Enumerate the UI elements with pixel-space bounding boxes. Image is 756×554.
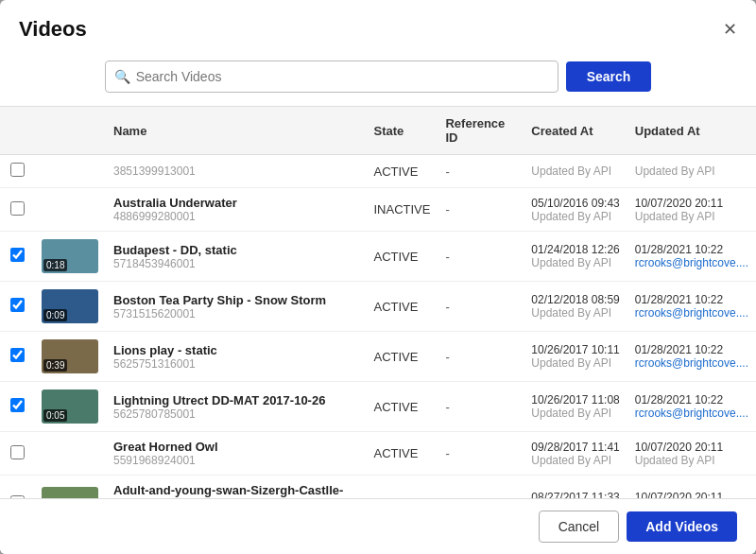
col-checkbox [0,107,34,155]
row-state-cell: ACTIVE [366,155,438,188]
row-checkbox[interactable] [10,163,25,177]
row-thumb-cell [34,432,106,476]
row-refid-cell: - [438,332,524,382]
col-thumb [34,107,106,155]
row-name-cell: Budapest - DD, static5718453946001 [106,232,366,282]
row-checkbox-cell [0,155,34,188]
row-thumb-cell [34,188,106,232]
row-name-cell: 3851399913001 [106,155,366,188]
video-thumbnail: 0:09 [42,289,98,323]
row-refid-cell: - [438,282,524,332]
search-input-wrap: 🔍 [105,61,558,93]
row-state-cell: ACTIVE [366,232,438,282]
videos-modal: Videos ✕ 🔍 Search Name State Reference I… [0,0,756,554]
video-name: Adult-and-young-swan-Sizergh-Castlle-Cum… [113,483,358,498]
row-state-cell: ACTIVE [366,332,438,382]
col-updated: Updated At [627,107,756,155]
col-refid: Reference ID [438,107,524,155]
video-thumbnail: 0:16 [42,487,98,498]
row-state-cell: ACTIVE [366,282,438,332]
table-row: 0:16Adult-and-young-swan-Sizergh-Castlle… [0,476,756,499]
row-state-cell: INACTIVE [366,188,438,232]
col-name: Name [106,107,366,155]
row-created-cell: Updated By API [524,155,627,188]
row-state-cell: ACTIVE [366,476,438,499]
video-table-container: Name State Reference ID Created At Updat… [0,106,756,498]
video-id: 5625780785001 [113,407,358,421]
row-checkbox-cell [0,188,34,232]
row-thumb-cell: 0:09 [34,282,106,332]
row-checkbox-cell [0,282,34,332]
row-updated-cell: 10/07/2020 20:11Updated By API [627,432,756,476]
video-thumbnail: 0:39 [42,339,98,373]
row-checkbox[interactable] [10,201,25,216]
table-row: 0:05Lightning Utrect DD-MAT 2017-10-2656… [0,382,756,432]
modal-header: Videos ✕ [0,0,756,51]
modal-title: Videos [19,17,87,42]
row-name-cell: Great Horned Owl5591968924001 [106,432,366,476]
row-checkbox[interactable] [10,398,25,412]
video-name: Budapest - DD, static [113,243,358,257]
row-name-cell: Boston Tea Party Ship - Snow Storm573151… [106,282,366,332]
row-thumb-cell [34,155,106,188]
row-checkbox-cell [0,382,34,432]
row-name-cell: Australia Underwater4886999280001 [106,188,366,232]
row-updated-cell: 01/28/2021 10:22rcrooks@brightcove.... [627,382,756,432]
video-id: 4886999280001 [113,210,358,223]
table-row: 0:39Lions play - static5625751316001ACTI… [0,332,756,382]
row-refid-cell: - [438,155,524,188]
row-created-cell: 02/12/2018 08:59Updated By API [524,282,627,332]
row-refid-cell: - [438,232,524,282]
row-thumb-cell: 0:39 [34,332,106,382]
row-created-cell: 09/28/2017 11:41Updated By API [524,432,627,476]
search-bar: 🔍 Search [0,51,756,106]
row-thumb-cell: 0:16 [34,476,106,499]
row-created-cell: 10/26/2017 11:08Updated By API [524,382,627,432]
video-name: Boston Tea Party Ship - Snow Storm [113,293,358,307]
row-checkbox-cell [0,476,34,499]
video-thumbnail: 0:18 [42,239,98,273]
video-name: Great Horned Owl [113,440,358,454]
row-checkbox[interactable] [10,348,25,362]
search-input[interactable] [105,61,558,93]
col-state: State [366,107,438,155]
video-id: 3851399913001 [113,164,358,178]
search-icon: 🔍 [114,69,130,84]
video-id: 5718453946001 [113,257,358,270]
close-button[interactable]: ✕ [723,21,737,38]
row-checkbox[interactable] [10,248,25,262]
video-id: 5591968924001 [113,454,358,467]
row-updated-cell: 01/28/2021 10:22rcrooks@brightcove.... [627,332,756,382]
video-name: Lightning Utrect DD-MAT 2017-10-26 [113,393,358,407]
cancel-button[interactable]: Cancel [539,511,620,543]
video-id: 5731515620001 [113,307,358,320]
row-created-cell: 10/26/2017 10:11Updated By API [524,332,627,382]
table-row: 3851399913001ACTIVE-Updated By APIUpdate… [0,155,756,188]
search-button[interactable]: Search [566,61,652,92]
row-updated-cell: 01/28/2021 10:22rcrooks@brightcove.... [627,232,756,282]
video-duration: 0:18 [43,259,67,271]
add-videos-button[interactable]: Add Videos [627,511,737,542]
row-checkbox-cell [0,232,34,282]
video-table: Name State Reference ID Created At Updat… [0,107,756,498]
video-name: Lions play - static [113,343,358,357]
row-refid-cell: - [438,476,524,499]
row-updated-cell: Updated By API [627,155,756,188]
row-created-cell: 08/27/2017 11:33Updated By API [524,476,627,499]
video-duration: 0:39 [43,359,67,372]
video-name: Australia Underwater [113,196,358,210]
video-duration: 0:09 [43,309,67,321]
row-name-cell: Lightning Utrect DD-MAT 2017-10-26562578… [106,382,366,432]
row-name-cell: Lions play - static5625751316001 [106,332,366,382]
row-checkbox[interactable] [10,298,25,312]
row-checkbox[interactable] [10,445,25,459]
row-updated-cell: 10/07/2020 20:11Updated By API [627,476,756,499]
video-thumbnail: 0:05 [42,390,98,424]
row-updated-cell: 01/28/2021 10:22rcrooks@brightcove.... [627,282,756,332]
row-refid-cell: - [438,382,524,432]
row-created-cell: 05/10/2016 09:43Updated By API [524,188,627,232]
row-refid-cell: - [438,432,524,476]
col-created: Created At [524,107,627,155]
video-id: 5625751316001 [113,357,358,371]
row-name-cell: Adult-and-young-swan-Sizergh-Castlle-Cum… [106,476,366,499]
